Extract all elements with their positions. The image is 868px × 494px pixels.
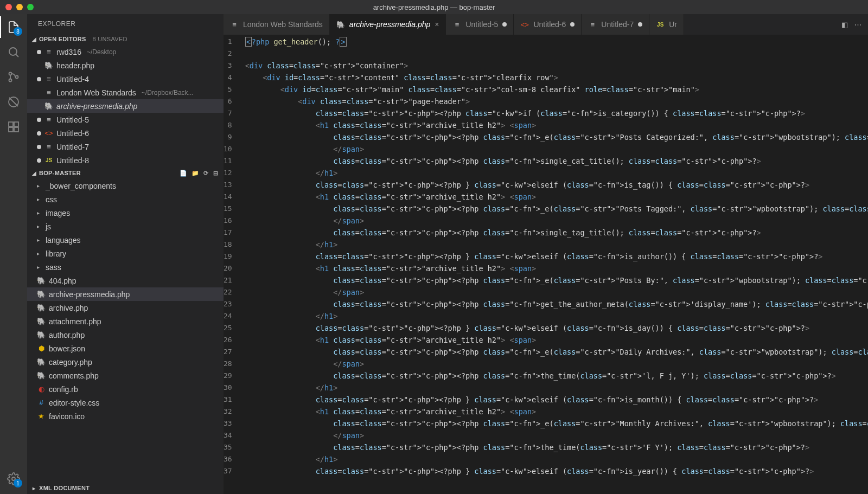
- extensions-icon[interactable]: [6, 119, 21, 134]
- modified-dot-icon: [638, 22, 642, 27]
- code-line[interactable]: </h1>: [245, 382, 868, 394]
- tree-file[interactable]: ★favicon.ico: [27, 409, 224, 423]
- tree-file[interactable]: #editor-style.css: [27, 396, 224, 409]
- code-line[interactable]: </h1>: [245, 453, 868, 465]
- code-line[interactable]: class=class="c-str">"c-php"><?php class=…: [245, 298, 868, 310]
- debug-icon[interactable]: [6, 94, 21, 110]
- tree-file[interactable]: 🐘author.php: [27, 328, 224, 342]
- open-editor-item[interactable]: JSUntitled-8: [27, 153, 224, 167]
- code-line[interactable]: <h1 class=class="c-str">"archive_title h…: [245, 406, 868, 418]
- editor-tab[interactable]: <>Untitled-6: [514, 14, 582, 35]
- minimize-window-button[interactable]: [16, 4, 23, 10]
- open-editors-header[interactable]: ◢ OPEN EDITORS 8 UNSAVED: [27, 33, 224, 45]
- code-line[interactable]: class=class="c-str">"c-php"><?php class=…: [245, 107, 868, 119]
- refresh-icon[interactable]: ⟳: [203, 170, 208, 177]
- editor-tab[interactable]: ≡Untitled-7: [582, 14, 649, 35]
- code-line[interactable]: class=class="c-str">"c-php"><?php class=…: [245, 274, 868, 286]
- open-editor-item[interactable]: 🐘archive-pressmedia.php: [27, 99, 224, 113]
- code-line[interactable]: class=class="c-str">"c-php"><?php } clas…: [245, 179, 868, 191]
- split-editor-icon[interactable]: ◧: [841, 21, 848, 29]
- editor-tab[interactable]: 🐘archive-pressmedia.php×: [330, 14, 446, 35]
- tree-file[interactable]: 🐘attachment.php: [27, 315, 224, 328]
- more-actions-icon[interactable]: ⋯: [854, 21, 861, 29]
- code-line[interactable]: <h1 class=class="c-str">"archive_title h…: [245, 262, 868, 274]
- code-line[interactable]: </span>: [245, 143, 868, 155]
- window-controls: [5, 4, 34, 10]
- editor-tab[interactable]: JSUr: [649, 14, 684, 35]
- open-editor-item[interactable]: ≡Untitled-7: [27, 140, 224, 153]
- tree-folder[interactable]: ▸css: [27, 193, 224, 206]
- code-line[interactable]: </span>: [245, 215, 868, 227]
- editor-tab[interactable]: ≡Untitled-5: [446, 14, 514, 35]
- tree-file[interactable]: 🐘category.php: [27, 355, 224, 369]
- code-line[interactable]: </h1>: [245, 167, 868, 179]
- open-editor-item[interactable]: ≡London Web Standards~/Dropbox/Back...: [27, 86, 224, 99]
- code-line[interactable]: <h1 class=class="c-str">"archive_title h…: [245, 119, 868, 131]
- code-line[interactable]: <h1 class=class="c-str">"archive_title h…: [245, 191, 868, 203]
- tree-folder[interactable]: ▸languages: [27, 233, 224, 247]
- code-line[interactable]: class=class="c-str">"c-php"><?php class=…: [245, 418, 868, 429]
- modified-dot-icon: [37, 145, 41, 149]
- code-line[interactable]: [245, 48, 868, 60]
- code-line[interactable]: </span>: [245, 358, 868, 370]
- collapse-all-icon[interactable]: ⊟: [213, 170, 218, 177]
- tree-folder[interactable]: ▸sass: [27, 260, 224, 274]
- tree-folder[interactable]: ▸_bower_components: [27, 179, 224, 193]
- tree-file[interactable]: ◐config.rb: [27, 382, 224, 396]
- code-line[interactable]: class=class="c-str">"c-php"><?php } clas…: [245, 465, 868, 477]
- code-line[interactable]: <?php get_header(); ?>: [245, 36, 868, 48]
- folder-name: sass: [46, 263, 61, 272]
- code-line[interactable]: class=class="c-str">"c-php"><?php class=…: [245, 203, 868, 215]
- code-line[interactable]: </span>: [245, 286, 868, 298]
- open-editor-item[interactable]: <>Untitled-6: [27, 126, 224, 140]
- code-line[interactable]: </span>: [245, 429, 868, 441]
- code-line[interactable]: class=class="c-str">"c-php"><?php class=…: [245, 227, 868, 239]
- code-line[interactable]: </h1>: [245, 310, 868, 322]
- code-line[interactable]: class=class="c-str">"c-php"><?php } clas…: [245, 394, 868, 406]
- file-name: 404.php: [49, 277, 76, 285]
- code-line[interactable]: class=class="c-str">"c-php"><?php } clas…: [245, 251, 868, 262]
- code-line[interactable]: <div class=class="c-str">"container">: [245, 60, 868, 72]
- tree-file[interactable]: 🐘archive-pressmedia.php: [27, 287, 224, 301]
- code-line[interactable]: </h1>: [245, 239, 868, 251]
- close-tab-icon[interactable]: ×: [435, 20, 439, 29]
- tree-folder[interactable]: ▸library: [27, 247, 224, 260]
- open-editor-filename: Untitled-6: [56, 129, 89, 138]
- new-folder-icon[interactable]: 📁: [192, 170, 199, 177]
- open-editor-item[interactable]: ≡rwd316~/Desktop: [27, 45, 224, 59]
- project-header[interactable]: ◢ BOP-MASTER 📄 📁 ⟳ ⊟: [27, 167, 224, 179]
- file-type-icon: ≡: [44, 143, 53, 151]
- tree-file[interactable]: ⬢bower.json: [27, 342, 224, 355]
- tree-file[interactable]: 🐘archive.php: [27, 301, 224, 315]
- code-area[interactable]: <?php get_header(); ?> <div class=class=…: [245, 35, 868, 494]
- tree-file[interactable]: 🐘comments.php: [27, 369, 224, 382]
- open-editor-item[interactable]: ≡Untitled-5: [27, 113, 224, 126]
- editor-body[interactable]: 1234567891011121314151617181920212223242…: [224, 35, 868, 494]
- search-icon[interactable]: [6, 44, 21, 60]
- close-window-button[interactable]: [5, 4, 12, 10]
- code-line[interactable]: <h1 class=class="c-str">"archive_title h…: [245, 334, 868, 346]
- explorer-icon[interactable]: 8: [6, 20, 21, 35]
- zoom-window-button[interactable]: [27, 4, 34, 10]
- code-line[interactable]: <div class=class="c-str">"page-header">: [245, 95, 868, 107]
- file-type-icon: 🐘: [37, 317, 46, 325]
- file-name: archive.php: [49, 304, 88, 312]
- code-line[interactable]: class=class="c-str">"c-php"><?php class=…: [245, 155, 868, 167]
- code-line[interactable]: <div id=class="c-str">"content" class=cl…: [245, 72, 868, 84]
- tree-folder[interactable]: ▸js: [27, 220, 224, 233]
- code-line[interactable]: <div id=class="c-str">"main" class=class…: [245, 84, 868, 95]
- open-editor-item[interactable]: ≡Untitled-4: [27, 72, 224, 86]
- new-file-icon[interactable]: 📄: [180, 170, 187, 177]
- code-line[interactable]: class=class="c-str">"c-php"><?php class=…: [245, 131, 868, 143]
- editor-tab[interactable]: ≡London Web Standards: [224, 14, 330, 35]
- xml-document-header[interactable]: ▸ XML DOCUMENT: [27, 482, 224, 494]
- code-line[interactable]: class=class="c-str">"c-php"><?php class=…: [245, 441, 868, 453]
- code-line[interactable]: class=class="c-str">"c-php"><?php class=…: [245, 346, 868, 358]
- settings-gear-icon[interactable]: 1: [6, 471, 21, 486]
- code-line[interactable]: class=class="c-str">"c-php"><?php class=…: [245, 370, 868, 382]
- tree-folder[interactable]: ▸images: [27, 206, 224, 220]
- source-control-icon[interactable]: [6, 69, 21, 85]
- tree-file[interactable]: 🐘404.php: [27, 274, 224, 287]
- open-editor-item[interactable]: 🐘header.php: [27, 59, 224, 72]
- code-line[interactable]: class=class="c-str">"c-php"><?php } clas…: [245, 322, 868, 334]
